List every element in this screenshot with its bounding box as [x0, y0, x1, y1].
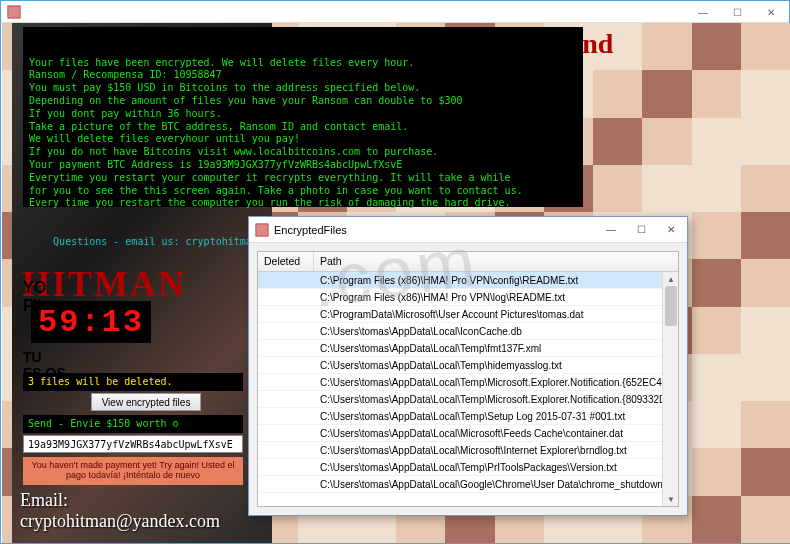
- close-button[interactable]: ✕: [754, 2, 788, 22]
- email-footer-label: Email:: [20, 490, 220, 512]
- table-row[interactable]: C:\Users\tomas\AppData\Local\IconCache.d…: [258, 323, 678, 340]
- svg-rect-0: [8, 5, 20, 17]
- btc-address-input[interactable]: [23, 435, 243, 453]
- email-footer-addr: cryptohitman@yandex.com: [20, 511, 220, 533]
- table-row[interactable]: C:\Users\tomas\AppData\Local\Temp\Micros…: [258, 374, 678, 391]
- grid-header: Deleted Path: [258, 252, 678, 272]
- table-row[interactable]: C:\Users\tomas\AppData\Local\Temp\Micros…: [258, 391, 678, 408]
- scroll-down-icon[interactable]: ▼: [663, 492, 679, 506]
- countdown-timer: 59:13: [31, 301, 151, 343]
- dialog-window-controls: — ☐ ✕: [596, 218, 686, 240]
- dialog-icon: [255, 223, 269, 237]
- dialog-body: Deleted Path C:\Program Files (x86)\HMA!…: [257, 251, 679, 507]
- encrypted-files-dialog: EncryptedFiles — ☐ ✕ Deleted Path C:\Pro…: [248, 216, 688, 516]
- main-window-controls: — ☐ ✕: [686, 2, 788, 22]
- table-row[interactable]: C:\Users\tomas\AppData\Local\Google\Chro…: [258, 476, 678, 493]
- scroll-thumb[interactable]: [665, 286, 677, 326]
- table-row[interactable]: C:\Program Files (x86)\HMA! Pro VPN\log\…: [258, 289, 678, 306]
- column-path[interactable]: Path: [314, 252, 678, 271]
- dialog-close-button[interactable]: ✕: [656, 218, 686, 240]
- dialog-maximize-button[interactable]: ☐: [626, 218, 656, 240]
- scroll-up-icon[interactable]: ▲: [663, 272, 679, 286]
- table-row[interactable]: C:\Users\tomas\AppData\Local\Temp\Setup …: [258, 408, 678, 425]
- main-window: — ☐ ✕ Email: cryptohitman@yand HITMAN Em…: [0, 0, 790, 544]
- column-deleted[interactable]: Deleted: [258, 252, 314, 271]
- table-row[interactable]: C:\Users\tomas\AppData\Local\Temp\fmt137…: [258, 340, 678, 357]
- table-row[interactable]: C:\Users\tomas\AppData\Local\Temp\hidemy…: [258, 357, 678, 374]
- table-row[interactable]: C:\Users\tomas\AppData\Local\Temp\PrIToo…: [258, 459, 678, 476]
- terminal-lines: Your files have been encrypted. We will …: [29, 57, 577, 211]
- no-payment-alert: You haven't made payment yet! Try again!…: [23, 457, 243, 485]
- ransom-terminal: Your files have been encrypted. We will …: [23, 27, 583, 207]
- vertical-scrollbar[interactable]: ▲ ▼: [662, 272, 678, 506]
- table-row[interactable]: C:\Users\tomas\AppData\Local\Microsoft\I…: [258, 442, 678, 459]
- table-row[interactable]: C:\Users\tomas\AppData\Local\Microsoft\F…: [258, 425, 678, 442]
- dialog-title-text: EncryptedFiles: [274, 224, 347, 236]
- view-encrypted-files-button[interactable]: View encrypted files: [91, 393, 201, 411]
- grid-rows: C:\Program Files (x86)\HMA! Pro VPN\conf…: [258, 272, 678, 493]
- dialog-minimize-button[interactable]: —: [596, 218, 626, 240]
- delete-warning-bar: 3 files will be deleted.: [23, 373, 243, 391]
- app-icon: [7, 5, 21, 19]
- minimize-button[interactable]: —: [686, 2, 720, 22]
- table-row[interactable]: C:\Program Files (x86)\HMA! Pro VPN\conf…: [258, 272, 678, 289]
- main-titlebar[interactable]: [1, 1, 789, 23]
- email-footer: Email: cryptohitman@yandex.com: [20, 490, 220, 533]
- maximize-button[interactable]: ☐: [720, 2, 754, 22]
- send-amount-bar: Send - Envie $150 worth o: [23, 415, 243, 433]
- svg-rect-1: [256, 223, 268, 235]
- table-row[interactable]: C:\ProgramData\Microsoft\User Account Pi…: [258, 306, 678, 323]
